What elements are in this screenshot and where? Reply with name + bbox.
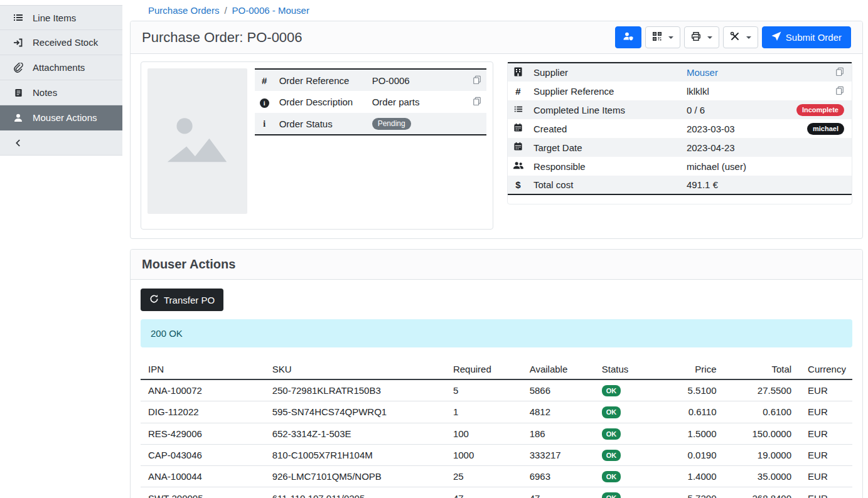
tools-icon <box>730 31 740 43</box>
sidebar-item-label: Attachments <box>33 62 85 73</box>
info-icon: i <box>263 119 265 129</box>
cell-ipn: SWT-200005 <box>141 487 266 498</box>
sidebar-collapse-button[interactable] <box>0 130 122 156</box>
main-content: Purchase Orders / PO-0006 - Mouser Purch… <box>122 0 868 498</box>
detail-label: Order Status <box>274 113 367 135</box>
status-ok-badge: OK <box>602 471 621 482</box>
cell-ipn: DIG-112022 <box>141 401 266 423</box>
qrcode-icon <box>652 31 662 43</box>
user-actions-button[interactable] <box>615 26 641 48</box>
col-header-status: Status <box>596 359 656 379</box>
hash-icon: # <box>515 86 520 97</box>
send-icon <box>771 31 781 43</box>
cell-available: 6963 <box>523 466 596 487</box>
detail-row-order-reference: # Order Reference PO-0006 <box>255 69 486 91</box>
cell-required: 100 <box>447 423 523 444</box>
detail-value: Order parts <box>367 91 468 113</box>
users-icon <box>513 161 523 172</box>
detail-value: 2023-04-23 <box>682 138 791 157</box>
table-row: ANA-100072 250-72981KLRATR150B3 5 5866 O… <box>141 379 852 401</box>
line-items-table: IPN SKU Required Available Status Price … <box>141 359 852 498</box>
order-toolbar: Submit Order <box>615 26 851 48</box>
sidebar-item-mouser-actions[interactable]: Mouser Actions <box>0 105 122 130</box>
refresh-icon <box>149 294 159 305</box>
cell-sku: 810-C1005X7R1H104M <box>266 444 447 465</box>
cell-price: 0.6110 <box>656 401 723 423</box>
detail-row-supplier-reference: # Supplier Reference lklklkl <box>508 82 852 100</box>
copy-icon[interactable] <box>473 97 481 105</box>
transfer-po-button[interactable]: Transfer PO <box>141 289 223 311</box>
printer-icon <box>691 31 701 43</box>
sidebar-item-notes[interactable]: Notes <box>0 80 122 105</box>
breadcrumb-link-current-order[interactable]: PO-0006 - Mouser <box>232 5 309 16</box>
order-summary-table: # Order Reference PO-0006 i Order Descri… <box>255 68 486 135</box>
col-header-available: Available <box>523 359 596 379</box>
breadcrumb: Purchase Orders / PO-0006 - Mouser <box>130 0 863 21</box>
sign-in-icon <box>13 38 24 48</box>
detail-value: 2023-03-03 <box>682 119 791 138</box>
breadcrumb-separator: / <box>224 5 227 16</box>
detail-label: Supplier <box>528 63 682 82</box>
cell-required: 1 <box>447 401 523 423</box>
cell-price: 1.4000 <box>656 466 723 487</box>
list-icon <box>13 13 24 23</box>
detail-label: Responsible <box>528 157 682 176</box>
detail-value: michael (user) <box>682 157 791 176</box>
copy-icon[interactable] <box>835 86 844 95</box>
note-icon <box>13 88 24 98</box>
detail-row-order-status: i Order Status Pending <box>255 113 486 135</box>
list-check-icon <box>514 105 523 115</box>
cell-ipn: ANA-100044 <box>141 466 266 487</box>
cell-currency: EUR <box>798 401 852 423</box>
detail-label: Order Description <box>274 91 367 113</box>
copy-icon[interactable] <box>835 67 844 76</box>
order-info-table: Supplier Mouser # Supplier Reference lkl… <box>508 62 852 195</box>
detail-row-responsible: Responsible michael (user) <box>508 157 852 176</box>
cell-sku: 595-SN74HCS74QPWRQ1 <box>266 401 447 423</box>
print-actions-button[interactable] <box>684 26 719 48</box>
sidebar-item-label: Line Items <box>33 13 76 23</box>
barcode-actions-button[interactable] <box>645 26 680 48</box>
copy-icon[interactable] <box>473 75 481 84</box>
cell-currency: EUR <box>798 423 852 444</box>
chevron-down-icon <box>707 36 712 39</box>
supplier-link[interactable]: Mouser <box>687 67 718 78</box>
app-root: Line Items Received Stock Attachments No… <box>0 0 868 498</box>
incomplete-badge: Incomplete <box>796 104 844 115</box>
detail-row-target-date: Target Date 2023-04-23 <box>508 138 852 157</box>
sidebar-item-label: Mouser Actions <box>33 112 97 123</box>
cell-required: 1000 <box>447 444 523 465</box>
breadcrumb-link-purchase-orders[interactable]: Purchase Orders <box>148 5 219 16</box>
cell-total: 27.5500 <box>723 379 798 401</box>
cell-sku: 611-110.107.011/0205 <box>266 487 447 498</box>
col-header-ipn: IPN <box>141 359 266 379</box>
order-actions-button[interactable] <box>723 26 758 48</box>
submit-order-button[interactable]: Submit Order <box>762 26 851 48</box>
cell-total: 150.0000 <box>723 423 798 444</box>
page-title: Purchase Order: PO-0006 <box>142 29 303 46</box>
detail-row-completed-line-items: Completed Line Items 0 / 6 Incomplete <box>508 100 852 119</box>
status-ok-badge: OK <box>602 406 621 418</box>
detail-value: lklklkl <box>682 82 791 100</box>
sidebar-item-received-stock[interactable]: Received Stock <box>0 30 122 55</box>
order-details-body: # Order Reference PO-0006 i Order Descri… <box>131 54 862 238</box>
cell-total: 268.8400 <box>723 487 798 498</box>
sidebar-item-label: Notes <box>33 87 57 98</box>
chevron-down-icon <box>668 36 673 39</box>
sidebar-item-label: Received Stock <box>33 37 98 48</box>
chevron-left-icon <box>13 139 24 147</box>
cell-sku: 250-72981KLRATR150B3 <box>266 379 447 401</box>
mouser-actions-body: Transfer PO 200 OK IPN SKU Required Avai… <box>131 280 862 498</box>
status-ok-badge: OK <box>602 492 621 498</box>
cell-total: 19.0000 <box>723 444 798 465</box>
detail-label: Supplier Reference <box>528 82 682 100</box>
cell-ipn: ANA-100072 <box>141 379 266 401</box>
panel-title: Mouser Actions <box>142 257 851 272</box>
paperclip-icon <box>13 63 24 73</box>
cell-currency: EUR <box>798 379 852 401</box>
sidebar-item-attachments[interactable]: Attachments <box>0 55 122 80</box>
cell-ipn: CAP-043046 <box>141 444 266 465</box>
cell-sku: 926-LMC7101QM5/NOPB <box>266 466 447 487</box>
order-image-placeholder[interactable] <box>147 68 247 214</box>
sidebar-item-line-items[interactable]: Line Items <box>0 5 122 30</box>
